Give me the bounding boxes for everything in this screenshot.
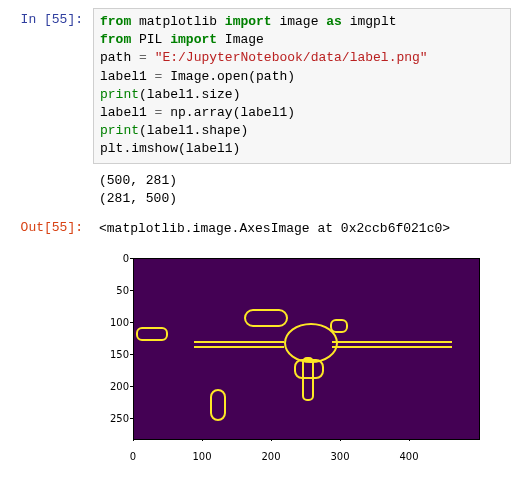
- keyword-import: import: [225, 14, 272, 29]
- ytick-label: 100: [93, 317, 129, 328]
- ytick-label: 150: [93, 349, 129, 360]
- xtick-label: 100: [192, 451, 211, 462]
- output-cell: Out[55]: <matplotlib.image.AxesImage at …: [8, 216, 511, 242]
- code-text: label1: [100, 105, 155, 120]
- plot-shape: [210, 389, 226, 421]
- xtick-label: 400: [399, 451, 418, 462]
- code-text: np.array(label1): [162, 105, 295, 120]
- input-prompt: In [55]:: [8, 8, 93, 164]
- keyword-import: import: [170, 32, 217, 47]
- plot-axes: [133, 258, 480, 440]
- code-text: path: [100, 50, 139, 65]
- ytick-label: 50: [93, 285, 129, 296]
- matplotlib-figure: 0 50 100 150 200 250 0 100 200 300 400: [93, 252, 488, 462]
- ytick-label: 0: [93, 253, 129, 264]
- operator-eq: =: [139, 50, 147, 65]
- plot-shape: [194, 341, 284, 348]
- xtick-label: 300: [330, 451, 349, 462]
- plot-shape: [136, 327, 168, 341]
- plot-shape: [244, 309, 288, 327]
- string-literal: "E:/JupyterNotebook/data/label.png": [147, 50, 428, 65]
- empty-prompt: [8, 168, 93, 212]
- stdout-cell: (500, 281) (281, 500): [8, 168, 511, 212]
- input-cell: In [55]: from matplotlib import image as…: [8, 8, 511, 164]
- plot-shape: [294, 359, 324, 379]
- builtin-print: print: [100, 123, 139, 138]
- stdout-line: (500, 281): [99, 173, 177, 188]
- ytick-label: 200: [93, 381, 129, 392]
- xtick-label: 200: [261, 451, 280, 462]
- code-text: (label1.size): [139, 87, 240, 102]
- keyword-from: from: [100, 32, 131, 47]
- code-text: image: [272, 14, 327, 29]
- result-repr: <matplotlib.image.AxesImage at 0x2ccb6f0…: [93, 216, 511, 242]
- plot-shape: [332, 341, 452, 348]
- code-text: Image: [217, 32, 264, 47]
- output-prompt: Out[55]:: [8, 216, 93, 242]
- keyword-from: from: [100, 14, 131, 29]
- ytick-label: 250: [93, 413, 129, 424]
- code-input[interactable]: from matplotlib import image as imgplt f…: [93, 8, 511, 164]
- code-text: plt.imshow(label1): [100, 141, 240, 156]
- plot-output: 0 50 100 150 200 250 0 100 200 300 400: [93, 246, 511, 462]
- code-text: PIL: [131, 32, 170, 47]
- stdout-line: (281, 500): [99, 191, 177, 206]
- code-text: (label1.shape): [139, 123, 248, 138]
- xtick-label: 0: [130, 451, 136, 462]
- code-text: imgplt: [342, 14, 397, 29]
- code-text: Image.open(path): [162, 69, 295, 84]
- stdout-output: (500, 281) (281, 500): [93, 168, 511, 212]
- plot-shape: [330, 319, 348, 333]
- keyword-as: as: [326, 14, 342, 29]
- code-text: matplotlib: [131, 14, 225, 29]
- code-text: label1: [100, 69, 155, 84]
- builtin-print: print: [100, 87, 139, 102]
